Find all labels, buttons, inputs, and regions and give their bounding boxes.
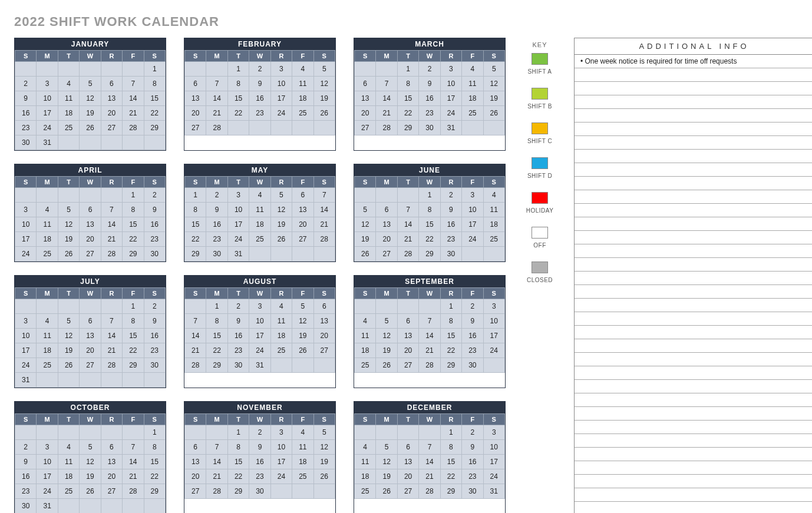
calendar-day-cell[interactable]: 19 bbox=[80, 469, 101, 484]
calendar-day-cell[interactable]: 17 bbox=[249, 329, 270, 343]
calendar-day-cell[interactable] bbox=[58, 425, 79, 440]
info-row[interactable] bbox=[575, 488, 812, 502]
calendar-day-cell[interactable]: 2 bbox=[144, 188, 165, 203]
calendar-day-cell[interactable]: 3 bbox=[440, 62, 461, 77]
calendar-day-cell[interactable]: 9 bbox=[15, 91, 37, 106]
calendar-day-cell[interactable]: 1 bbox=[185, 188, 206, 203]
calendar-day-cell[interactable]: 15 bbox=[123, 217, 144, 232]
calendar-day-cell[interactable]: 20 bbox=[313, 329, 335, 343]
calendar-day-cell[interactable]: 12 bbox=[355, 217, 376, 232]
calendar-day-cell[interactable]: 22 bbox=[440, 469, 461, 484]
calendar-day-cell[interactable]: 30 bbox=[419, 121, 440, 135]
calendar-day-cell[interactable]: 9 bbox=[249, 77, 270, 91]
calendar-day-cell[interactable]: 26 bbox=[80, 484, 101, 499]
calendar-day-cell[interactable] bbox=[15, 425, 37, 440]
calendar-day-cell[interactable]: 27 bbox=[313, 343, 335, 358]
calendar-day-cell[interactable]: 24 bbox=[440, 106, 461, 121]
calendar-day-cell[interactable]: 21 bbox=[376, 106, 397, 121]
calendar-day-cell[interactable]: 24 bbox=[249, 343, 270, 358]
calendar-day-cell[interactable]: 13 bbox=[185, 455, 206, 469]
calendar-day-cell[interactable] bbox=[123, 499, 144, 514]
calendar-day-cell[interactable]: 19 bbox=[270, 217, 292, 232]
calendar-day-cell[interactable]: 9 bbox=[206, 203, 227, 217]
info-row[interactable] bbox=[575, 502, 812, 513]
calendar-day-cell[interactable]: 21 bbox=[206, 106, 227, 121]
calendar-day-cell[interactable]: 5 bbox=[483, 62, 504, 77]
calendar-day-cell[interactable]: 23 bbox=[144, 343, 165, 358]
calendar-day-cell[interactable]: 8 bbox=[227, 77, 249, 91]
calendar-day-cell[interactable]: 2 bbox=[249, 62, 270, 77]
calendar-day-cell[interactable]: 29 bbox=[397, 121, 418, 135]
calendar-day-cell[interactable] bbox=[313, 121, 335, 135]
calendar-day-cell[interactable]: 16 bbox=[440, 217, 461, 232]
calendar-day-cell[interactable]: 18 bbox=[483, 217, 504, 232]
calendar-day-cell[interactable]: 7 bbox=[397, 203, 418, 217]
calendar-day-cell[interactable]: 10 bbox=[270, 440, 292, 455]
calendar-day-cell[interactable] bbox=[144, 135, 165, 150]
calendar-day-cell[interactable] bbox=[483, 358, 504, 373]
calendar-day-cell[interactable]: 3 bbox=[37, 440, 58, 455]
calendar-day-cell[interactable]: 26 bbox=[376, 358, 397, 373]
calendar-day-cell[interactable]: 2 bbox=[144, 299, 165, 314]
calendar-day-cell[interactable]: 14 bbox=[123, 455, 144, 469]
calendar-day-cell[interactable]: 6 bbox=[185, 77, 206, 91]
calendar-day-cell[interactable]: 27 bbox=[80, 358, 101, 373]
calendar-day-cell[interactable] bbox=[270, 247, 292, 262]
calendar-day-cell[interactable]: 10 bbox=[440, 77, 461, 91]
calendar-day-cell[interactable]: 26 bbox=[355, 247, 376, 262]
info-row[interactable] bbox=[575, 285, 812, 299]
calendar-day-cell[interactable]: 4 bbox=[37, 203, 58, 217]
info-row[interactable] bbox=[575, 109, 812, 123]
calendar-day-cell[interactable]: 18 bbox=[292, 455, 313, 469]
calendar-day-cell[interactable] bbox=[185, 425, 206, 440]
calendar-day-cell[interactable]: 11 bbox=[355, 455, 376, 469]
calendar-day-cell[interactable]: 2 bbox=[15, 77, 37, 91]
info-row[interactable] bbox=[575, 272, 812, 285]
calendar-day-cell[interactable]: 22 bbox=[440, 343, 461, 358]
calendar-day-cell[interactable]: 27 bbox=[80, 247, 101, 262]
calendar-day-cell[interactable]: 7 bbox=[313, 188, 335, 203]
calendar-day-cell[interactable]: 23 bbox=[249, 469, 270, 484]
calendar-day-cell[interactable]: 23 bbox=[419, 106, 440, 121]
calendar-day-cell[interactable]: 16 bbox=[144, 217, 165, 232]
calendar-day-cell[interactable] bbox=[249, 121, 270, 135]
calendar-day-cell[interactable]: 14 bbox=[397, 217, 418, 232]
calendar-day-cell[interactable]: 16 bbox=[15, 469, 37, 484]
info-row[interactable] bbox=[575, 123, 812, 136]
calendar-day-cell[interactable]: 27 bbox=[101, 121, 122, 135]
calendar-day-cell[interactable]: 4 bbox=[462, 62, 483, 77]
calendar-day-cell[interactable] bbox=[355, 188, 376, 203]
calendar-day-cell[interactable]: 15 bbox=[185, 217, 206, 232]
calendar-day-cell[interactable] bbox=[123, 62, 144, 77]
calendar-day-cell[interactable]: 15 bbox=[123, 329, 144, 343]
calendar-day-cell[interactable]: 16 bbox=[419, 91, 440, 106]
calendar-day-cell[interactable]: 12 bbox=[376, 455, 397, 469]
calendar-day-cell[interactable]: 13 bbox=[80, 217, 101, 232]
info-row[interactable] bbox=[575, 339, 812, 353]
calendar-day-cell[interactable] bbox=[419, 425, 440, 440]
calendar-day-cell[interactable]: 26 bbox=[376, 484, 397, 499]
calendar-day-cell[interactable] bbox=[249, 247, 270, 262]
calendar-day-cell[interactable]: 9 bbox=[462, 314, 483, 329]
calendar-day-cell[interactable]: 11 bbox=[37, 217, 58, 232]
info-row[interactable] bbox=[575, 312, 812, 326]
calendar-day-cell[interactable]: 30 bbox=[15, 135, 37, 150]
calendar-day-cell[interactable]: 12 bbox=[58, 217, 79, 232]
calendar-day-cell[interactable]: 31 bbox=[37, 135, 58, 150]
calendar-day-cell[interactable]: 23 bbox=[249, 106, 270, 121]
calendar-day-cell[interactable]: 29 bbox=[123, 247, 144, 262]
calendar-day-cell[interactable]: 3 bbox=[227, 188, 249, 203]
calendar-day-cell[interactable]: 18 bbox=[249, 217, 270, 232]
calendar-day-cell[interactable]: 8 bbox=[144, 77, 165, 91]
calendar-day-cell[interactable]: 5 bbox=[313, 425, 335, 440]
calendar-day-cell[interactable]: 12 bbox=[483, 77, 504, 91]
calendar-day-cell[interactable]: 28 bbox=[419, 484, 440, 499]
calendar-day-cell[interactable]: 6 bbox=[313, 299, 335, 314]
calendar-day-cell[interactable]: 31 bbox=[483, 484, 504, 499]
calendar-day-cell[interactable]: 18 bbox=[355, 343, 376, 358]
calendar-day-cell[interactable]: 25 bbox=[292, 106, 313, 121]
calendar-day-cell[interactable]: 2 bbox=[419, 62, 440, 77]
calendar-day-cell[interactable]: 19 bbox=[292, 329, 313, 343]
calendar-day-cell[interactable] bbox=[101, 299, 122, 314]
calendar-day-cell[interactable] bbox=[292, 121, 313, 135]
